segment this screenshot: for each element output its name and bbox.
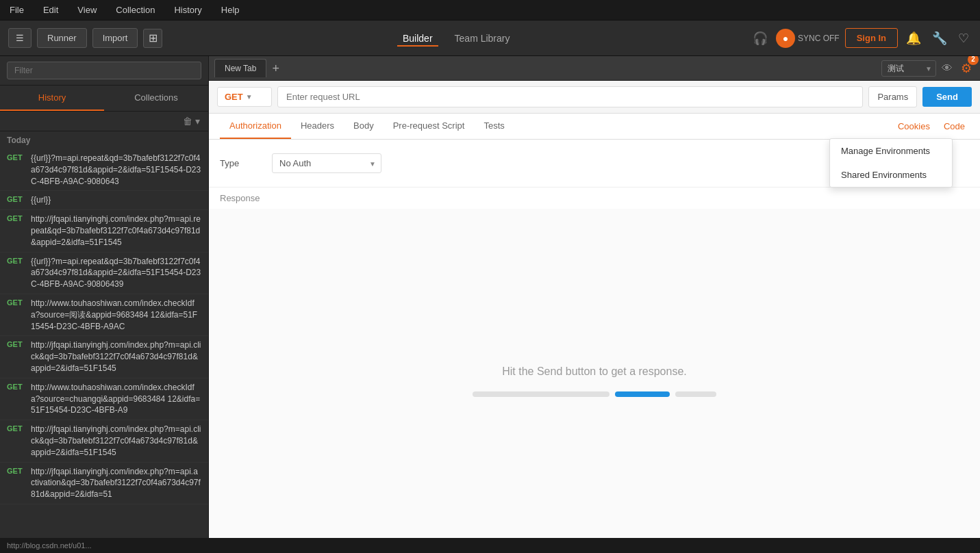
list-item[interactable]: GET http://jfqapi.tianyinghj.com/index.p… — [0, 336, 208, 378]
new-window-button[interactable]: ⊞ — [143, 29, 162, 48]
history-url: {{url}}?m=api.repeat&qd=3b7bafebf3122f7c… — [31, 256, 201, 290]
status-url: http://blog.csdn.net/u01... — [7, 541, 92, 550]
history-url: http://www.touhaoshiwan.com/index.checkI… — [31, 298, 201, 332]
params-button[interactable]: Params — [868, 86, 917, 107]
env-selector-area: 测试 ▼ 👁 ⚙ 2 — [881, 58, 975, 79]
request-tab[interactable]: New Tab — [214, 59, 266, 77]
list-item[interactable]: GET http://www.touhaoshiwan.com/index.ch… — [0, 378, 208, 420]
history-url: http://jfqapi.tianyinghj.com/index.php?m… — [31, 214, 201, 248]
hit-send-bar — [473, 391, 716, 397]
history-url: {{url}} — [31, 194, 51, 206]
hit-send-area: Hit the Send button to get a response. — [209, 209, 980, 553]
tab-tests[interactable]: Tests — [474, 114, 514, 139]
toolbar-right: 🎧 ● SYNC OFF Sign In 🔔 🔧 ♡ — [750, 28, 972, 49]
runner-button[interactable]: Runner — [37, 28, 87, 48]
history-url: http://www.touhaoshiwan.com/index.checkI… — [31, 382, 201, 416]
response-label: Response — [220, 193, 260, 203]
env-dropdown: Manage Environments Shared Environments — [829, 138, 953, 188]
history-method: GET — [7, 298, 31, 307]
hit-send-message: Hit the Send button to get a response. — [502, 365, 687, 378]
env-select-wrapper: 测试 ▼ — [881, 60, 936, 77]
menu-view[interactable]: View — [73, 2, 101, 18]
list-item[interactable]: GET http://jfqapi.tianyinghj.com/index.p… — [0, 420, 208, 462]
auth-type-select-wrapper: No Auth Bearer Token Basic Auth OAuth 2.… — [272, 153, 381, 173]
sync-label: SYNC OFF — [798, 34, 840, 43]
menu-collection[interactable]: Collection — [112, 2, 159, 18]
history-method: GET — [7, 256, 31, 265]
sidebar-icon: ☰ — [16, 33, 24, 43]
history-method: GET — [7, 339, 31, 348]
today-label: Today — [0, 131, 208, 149]
history-method: GET — [7, 466, 31, 475]
history-method: GET — [7, 424, 31, 433]
env-gear-button[interactable]: ⚙ 2 — [958, 58, 975, 79]
tab-body[interactable]: Body — [344, 114, 384, 139]
menu-help[interactable]: Help — [217, 2, 244, 18]
bar-gray-1 — [473, 391, 610, 397]
status-bar: http://blog.csdn.net/u01... — [0, 538, 980, 553]
history-method: GET — [7, 214, 31, 222]
content-area: New Tab + 测试 ▼ 👁 ⚙ 2 Manage Environ — [209, 56, 980, 553]
toolbar-center: Builder Team Library — [168, 30, 744, 47]
bell-icon[interactable]: 🔔 — [903, 28, 924, 49]
import-button[interactable]: Import — [92, 28, 138, 48]
sidebar: History Collections 🗑 ▾ Today GET {{url}… — [0, 56, 209, 553]
tab-team-library[interactable]: Team Library — [449, 30, 516, 47]
shared-environments-item[interactable]: Shared Environments — [830, 163, 952, 187]
list-item[interactable]: GET http://jfqapi.tianyinghj.com/index.p… — [0, 463, 208, 504]
gear-badge: 2 — [968, 56, 979, 65]
history-url: http://jfqapi.tianyinghj.com/index.php?m… — [31, 466, 201, 500]
menu-edit[interactable]: Edit — [39, 2, 62, 18]
headphones-icon[interactable]: 🎧 — [750, 28, 770, 49]
response-header: Response — [209, 187, 980, 209]
sidebar-tab-collections[interactable]: Collections — [104, 86, 208, 111]
history-list: GET {{url}}?m=api.repeat&qd=3b7bafebf312… — [0, 149, 208, 553]
menu-history[interactable]: History — [170, 2, 205, 18]
history-url: http://jfqapi.tianyinghj.com/index.php?m… — [31, 424, 201, 458]
env-select[interactable]: 测试 — [881, 60, 936, 77]
history-method: GET — [7, 382, 31, 391]
request-tabs: Authorization Headers Body Pre-request S… — [209, 114, 980, 140]
list-item[interactable]: GET {{url}}?m=api.repeat&qd=3b7bafebf312… — [0, 253, 208, 294]
env-eye-button[interactable]: 👁 — [939, 60, 955, 77]
list-item[interactable]: GET {{url}}?m=api.repeat&qd=3b7bafebf312… — [0, 149, 208, 191]
wrench-icon[interactable]: 🔧 — [929, 28, 950, 49]
sidebar-search-area — [0, 56, 208, 86]
history-url: {{url}}?m=api.repeat&qd=3b7bafebf3122f7c… — [31, 153, 201, 187]
history-url: http://jfqapi.tianyinghj.com/index.php?m… — [31, 339, 201, 374]
sidebar-tab-history[interactable]: History — [0, 86, 104, 111]
list-item[interactable]: GET {{url}} — [0, 191, 208, 210]
sidebar-toolbar: 🗑 ▾ — [0, 112, 208, 131]
sync-dot: ● — [776, 29, 795, 48]
list-item[interactable]: GET http://jfqapi.tianyinghj.com/index.p… — [0, 210, 208, 252]
code-link[interactable]: Code — [940, 114, 969, 138]
send-button[interactable]: Send — [922, 87, 972, 107]
search-input[interactable] — [7, 62, 201, 79]
add-tab-button[interactable]: + — [266, 62, 285, 75]
tab-authorization[interactable]: Authorization — [220, 114, 291, 139]
cookies-link[interactable]: Cookies — [894, 114, 934, 138]
history-method: GET — [7, 153, 31, 162]
manage-environments-item[interactable]: Manage Environments — [830, 139, 952, 163]
tab-right-actions: Cookies Code — [894, 114, 969, 138]
menu-file[interactable]: File — [5, 2, 28, 18]
history-method: GET — [7, 194, 31, 203]
method-label: GET — [225, 92, 243, 102]
main-layout: History Collections 🗑 ▾ Today GET {{url}… — [0, 56, 980, 553]
tab-pre-request-script[interactable]: Pre-request Script — [384, 114, 475, 139]
list-item[interactable]: GET http://www.touhaoshiwan.com/index.ch… — [0, 294, 208, 336]
sidebar-toggle-button[interactable]: ☰ — [8, 28, 32, 48]
sign-in-button[interactable]: Sign In — [845, 28, 898, 48]
bar-blue — [615, 391, 670, 397]
menu-bar: File Edit View Collection History Help — [0, 0, 980, 21]
url-input[interactable] — [277, 86, 863, 107]
bar-gray-2 — [675, 391, 716, 397]
delete-history-button[interactable]: 🗑 ▾ — [180, 114, 203, 128]
tab-bar: New Tab + 测试 ▼ 👁 ⚙ 2 — [209, 56, 980, 81]
auth-type-select[interactable]: No Auth Bearer Token Basic Auth OAuth 2.… — [272, 153, 381, 173]
method-select[interactable]: GET ▼ — [217, 87, 272, 107]
tab-headers[interactable]: Headers — [291, 114, 344, 139]
heart-icon[interactable]: ♡ — [955, 28, 972, 49]
tab-builder[interactable]: Builder — [397, 30, 438, 47]
sync-button[interactable]: ● SYNC OFF — [776, 29, 840, 48]
